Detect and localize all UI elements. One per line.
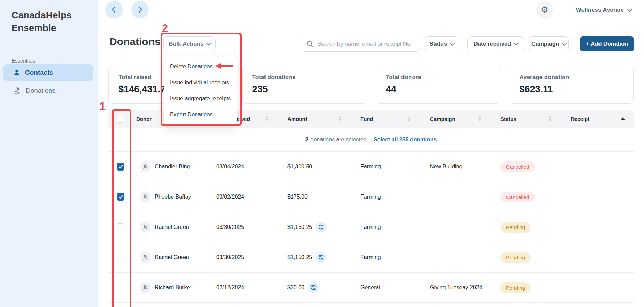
- sidebar-item-donations[interactable]: $ Donations: [3, 82, 93, 99]
- amount-cell: $1,150.25: [284, 252, 357, 263]
- donor-name: Phoebe Buffay: [155, 194, 191, 200]
- column-header[interactable]: Campaign: [426, 110, 497, 128]
- amount-cell: $30.00: [284, 282, 357, 293]
- donation-hand-icon: $: [13, 86, 21, 95]
- row-checkbox[interactable]: [117, 284, 124, 291]
- table-row[interactable]: Chandler Bing 03/04/2024 $1,300.50 Farmi…: [108, 152, 634, 182]
- org-name: Wellness Avenue: [576, 7, 624, 14]
- column-header[interactable]: Status: [497, 110, 567, 128]
- sort-icon-slot: [548, 116, 552, 121]
- fund-cell: Farming: [357, 254, 426, 260]
- settings-button[interactable]: ⚙: [536, 1, 553, 18]
- selected-count: 2: [305, 136, 309, 143]
- filter-label: Date received: [474, 41, 511, 47]
- recurring-icon: [316, 222, 326, 232]
- table-row[interactable]: Rachel Green 03/30/2025 $1,150.25 Farmin…: [108, 242, 634, 273]
- search-input[interactable]: [317, 40, 420, 48]
- bulk-menu-item[interactable]: Export Donations: [164, 107, 237, 123]
- filter-status[interactable]: Status: [425, 36, 458, 51]
- amount-value: $30.00: [287, 284, 304, 291]
- avatar: [140, 161, 151, 172]
- row-checkbox[interactable]: [117, 223, 124, 231]
- status-cell: Cancelled: [497, 192, 567, 202]
- row-checkbox[interactable]: [117, 163, 124, 171]
- sidebar-section-label: Essentials: [11, 58, 35, 64]
- status-cell: Pending: [497, 282, 567, 293]
- chevron-down-icon: [514, 41, 519, 45]
- selection-notice: 2 donations are selected. Select all 235…: [108, 128, 634, 152]
- select-all-checkbox[interactable]: [117, 115, 124, 123]
- fund-cell: Farming: [357, 164, 426, 170]
- amount-value: $1,300.50: [287, 164, 312, 170]
- person-outline-icon: [142, 254, 148, 260]
- date-received-cell: 02/12/2024: [213, 284, 284, 291]
- sidebar-item-contacts[interactable]: Contacts: [3, 64, 93, 81]
- gear-icon: ⚙: [541, 6, 548, 14]
- select-all-link[interactable]: Select all 235 donations: [374, 136, 437, 143]
- fund-cell: General: [357, 284, 426, 291]
- bulk-menu-item[interactable]: Issue individual receipts: [164, 75, 237, 91]
- forward-button[interactable]: [131, 1, 149, 18]
- date-received-cell: 09/02/2024: [213, 194, 284, 200]
- column-header[interactable]: Fund: [357, 110, 426, 128]
- stat-card: Total donations 235: [242, 67, 367, 104]
- column-header-label: Amount: [287, 116, 307, 122]
- annotation-number-1: 1: [99, 100, 105, 113]
- sort-icon-slot: [621, 117, 625, 120]
- bulk-actions-menu: Delete DonationsIssue individual receipt…: [164, 56, 237, 126]
- date-received-cell: 03/04/2024: [213, 164, 284, 170]
- sort-icon-slot: [478, 116, 481, 121]
- amount-cell: $1,150.25: [284, 222, 357, 232]
- sidebar-item-label: Contacts: [25, 69, 53, 76]
- chevron-down-icon: [562, 41, 567, 45]
- date-received-cell: 03/30/2025: [213, 254, 284, 260]
- recurring-icon: [316, 252, 326, 263]
- donor-name: Rachel Green: [155, 254, 189, 260]
- back-button[interactable]: [105, 1, 123, 18]
- search-icon: [307, 41, 313, 48]
- donations-table: Donor Date received Amount Fund Campaign…: [108, 110, 634, 303]
- add-donation-button[interactable]: + Add Donation: [580, 36, 634, 51]
- avatar: [140, 252, 151, 263]
- column-header[interactable]: Receipt: [567, 110, 634, 128]
- stat-value: 235: [252, 84, 366, 95]
- column-header-label: Donor: [136, 116, 152, 122]
- select-all-cell: [108, 110, 133, 128]
- sort-icon: [338, 116, 341, 121]
- filter-campaign[interactable]: Campaign: [529, 36, 569, 51]
- search-box: [302, 36, 420, 52]
- chevron-down-icon: [206, 41, 211, 45]
- row-checkbox[interactable]: [117, 193, 124, 201]
- person-outline-icon: [142, 164, 148, 170]
- sort-icon-slot: [407, 116, 411, 121]
- campaign-cell: New Building: [426, 164, 497, 170]
- date-received-cell: 03/30/2025: [213, 224, 284, 230]
- status-cell: Cancelled: [497, 161, 567, 172]
- table-row[interactable]: Rachel Green 03/30/2025 $1,150.25 Farmin…: [108, 212, 634, 242]
- donor-name: Richard Burke: [155, 284, 190, 291]
- sidebar-item-label: Donations: [26, 87, 56, 94]
- sort-icon-slot: [265, 116, 268, 121]
- bulk-actions-button[interactable]: Bulk Actions: [163, 36, 216, 51]
- status-badge: Pending: [500, 222, 531, 233]
- column-header-label: Receipt: [571, 116, 589, 122]
- sort-icon: [407, 116, 411, 121]
- status-badge: Cancelled: [500, 161, 535, 172]
- stat-label: Total donations: [252, 74, 366, 81]
- table-row[interactable]: Phoebe Buffay 09/02/2024 $175.00 Farming…: [108, 182, 634, 212]
- back-chevron-icon: [112, 7, 118, 13]
- filter-date-received[interactable]: Date received: [467, 36, 524, 51]
- selection-text: donations are selected.: [311, 136, 368, 143]
- sort-icon: [265, 116, 268, 121]
- ensemble-app: CanadaHelps Ensemble Essentials Contacts…: [0, 0, 644, 307]
- campaign-cell: Giving Tuesday 2024: [426, 284, 497, 291]
- bulk-menu-item[interactable]: Delete Donations: [164, 59, 237, 75]
- amount-value: $1,150.25: [287, 224, 312, 230]
- person-outline-icon: [142, 284, 148, 291]
- table-row[interactable]: Richard Burke 02/12/2024 $30.00 General …: [108, 273, 634, 303]
- row-checkbox[interactable]: [117, 254, 124, 261]
- bulk-menu-item[interactable]: Issue aggregate receipts: [164, 91, 237, 107]
- add-donation-label: + Add Donation: [586, 41, 628, 47]
- org-selector[interactable]: Wellness Avenue: [576, 0, 631, 20]
- column-header[interactable]: Amount: [284, 110, 357, 128]
